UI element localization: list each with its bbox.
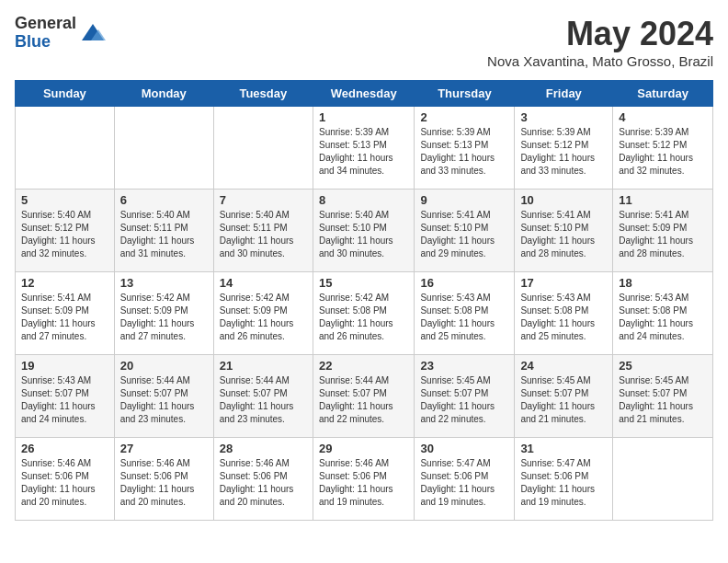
calendar-header-row: SundayMondayTuesdayWednesdayThursdayFrid…: [16, 81, 713, 107]
calendar-cell: 3Sunrise: 5:39 AMSunset: 5:12 PMDaylight…: [515, 107, 613, 190]
calendar-cell: 27Sunrise: 5:46 AMSunset: 5:06 PMDayligh…: [114, 438, 213, 521]
header-wednesday: Wednesday: [313, 81, 414, 107]
calendar-week-row: 5Sunrise: 5:40 AMSunset: 5:12 PMDaylight…: [16, 190, 713, 272]
calendar-cell: 5Sunrise: 5:40 AMSunset: 5:12 PMDaylight…: [16, 190, 115, 272]
day-number: 29: [319, 442, 408, 455]
day-number: 30: [420, 442, 508, 455]
day-info: Sunrise: 5:39 AMSunset: 5:13 PMDaylight:…: [420, 126, 508, 178]
header-thursday: Thursday: [415, 81, 515, 107]
day-info: Sunrise: 5:43 AMSunset: 5:08 PMDaylight:…: [420, 292, 508, 343]
day-info: Sunrise: 5:43 AMSunset: 5:08 PMDaylight:…: [619, 292, 707, 343]
day-number: 8: [319, 193, 408, 207]
day-info: Sunrise: 5:47 AMSunset: 5:06 PMDaylight:…: [520, 457, 607, 509]
day-info: Sunrise: 5:40 AMSunset: 5:12 PMDaylight:…: [21, 209, 108, 260]
day-info: Sunrise: 5:46 AMSunset: 5:06 PMDaylight:…: [319, 457, 408, 509]
day-info: Sunrise: 5:46 AMSunset: 5:06 PMDaylight:…: [21, 457, 108, 509]
day-number: 28: [220, 442, 307, 455]
calendar-cell: 28Sunrise: 5:46 AMSunset: 5:06 PMDayligh…: [213, 438, 313, 521]
day-info: Sunrise: 5:42 AMSunset: 5:08 PMDaylight:…: [319, 292, 408, 343]
header-monday: Monday: [114, 81, 213, 107]
calendar-week-row: 1Sunrise: 5:39 AMSunset: 5:13 PMDaylight…: [16, 107, 713, 190]
day-number: 26: [21, 442, 108, 455]
day-number: 3: [520, 110, 607, 124]
calendar-cell: 26Sunrise: 5:46 AMSunset: 5:06 PMDayligh…: [16, 438, 115, 521]
header-tuesday: Tuesday: [213, 81, 313, 107]
day-info: Sunrise: 5:46 AMSunset: 5:06 PMDaylight:…: [220, 457, 307, 509]
day-number: 13: [120, 276, 208, 290]
day-number: 6: [120, 193, 208, 207]
day-number: 12: [21, 276, 108, 290]
calendar-cell: 18Sunrise: 5:43 AMSunset: 5:08 PMDayligh…: [613, 272, 713, 355]
calendar-cell: 30Sunrise: 5:47 AMSunset: 5:06 PMDayligh…: [415, 438, 515, 521]
day-info: Sunrise: 5:42 AMSunset: 5:09 PMDaylight:…: [120, 292, 208, 343]
calendar-table: SundayMondayTuesdayWednesdayThursdayFrid…: [15, 80, 713, 521]
logo: General Blue: [15, 15, 106, 52]
calendar-cell: 10Sunrise: 5:41 AMSunset: 5:10 PMDayligh…: [515, 190, 613, 272]
day-number: 5: [21, 193, 108, 207]
calendar-cell: 4Sunrise: 5:39 AMSunset: 5:12 PMDaylight…: [613, 107, 713, 190]
calendar-cell: 24Sunrise: 5:45 AMSunset: 5:07 PMDayligh…: [515, 355, 613, 438]
calendar-cell: 21Sunrise: 5:44 AMSunset: 5:07 PMDayligh…: [213, 355, 313, 438]
calendar-cell: 9Sunrise: 5:41 AMSunset: 5:10 PMDaylight…: [415, 190, 515, 272]
day-info: Sunrise: 5:44 AMSunset: 5:07 PMDaylight:…: [120, 374, 208, 426]
calendar-cell: 19Sunrise: 5:43 AMSunset: 5:07 PMDayligh…: [16, 355, 115, 438]
calendar-cell: 8Sunrise: 5:40 AMSunset: 5:10 PMDaylight…: [313, 190, 414, 272]
day-number: 21: [220, 359, 307, 373]
calendar-cell: 25Sunrise: 5:45 AMSunset: 5:07 PMDayligh…: [613, 355, 713, 438]
day-info: Sunrise: 5:44 AMSunset: 5:07 PMDaylight:…: [220, 374, 307, 426]
day-number: 15: [319, 276, 408, 290]
calendar-cell: 13Sunrise: 5:42 AMSunset: 5:09 PMDayligh…: [114, 272, 213, 355]
day-info: Sunrise: 5:47 AMSunset: 5:06 PMDaylight:…: [420, 457, 508, 509]
day-info: Sunrise: 5:39 AMSunset: 5:13 PMDaylight:…: [319, 126, 408, 178]
day-number: 9: [420, 193, 508, 207]
calendar-cell: 15Sunrise: 5:42 AMSunset: 5:08 PMDayligh…: [313, 272, 414, 355]
day-number: 23: [420, 359, 508, 373]
day-info: Sunrise: 5:45 AMSunset: 5:07 PMDaylight:…: [420, 374, 508, 426]
day-info: Sunrise: 5:39 AMSunset: 5:12 PMDaylight:…: [520, 126, 607, 178]
month-title: May 2024: [487, 15, 713, 53]
day-info: Sunrise: 5:45 AMSunset: 5:07 PMDaylight:…: [619, 374, 707, 426]
day-info: Sunrise: 5:44 AMSunset: 5:07 PMDaylight:…: [319, 374, 408, 426]
day-info: Sunrise: 5:45 AMSunset: 5:07 PMDaylight:…: [520, 374, 607, 426]
logo-blue: Blue: [15, 33, 76, 52]
location: Nova Xavantina, Mato Grosso, Brazil: [487, 53, 713, 69]
day-number: 20: [120, 359, 208, 373]
calendar-cell: 12Sunrise: 5:41 AMSunset: 5:09 PMDayligh…: [16, 272, 115, 355]
day-number: 10: [520, 193, 607, 207]
day-info: Sunrise: 5:39 AMSunset: 5:12 PMDaylight:…: [619, 126, 707, 178]
calendar-week-row: 19Sunrise: 5:43 AMSunset: 5:07 PMDayligh…: [16, 355, 713, 438]
calendar-cell: 1Sunrise: 5:39 AMSunset: 5:13 PMDaylight…: [313, 107, 414, 190]
logo-text: General Blue: [15, 15, 76, 52]
day-info: Sunrise: 5:41 AMSunset: 5:09 PMDaylight:…: [21, 292, 108, 343]
day-number: 31: [520, 442, 607, 455]
day-number: 19: [21, 359, 108, 373]
calendar-cell: 11Sunrise: 5:41 AMSunset: 5:09 PMDayligh…: [613, 190, 713, 272]
calendar-cell: 23Sunrise: 5:45 AMSunset: 5:07 PMDayligh…: [415, 355, 515, 438]
calendar-cell: 16Sunrise: 5:43 AMSunset: 5:08 PMDayligh…: [415, 272, 515, 355]
header-sunday: Sunday: [16, 81, 115, 107]
calendar-cell: [613, 438, 713, 521]
day-info: Sunrise: 5:41 AMSunset: 5:09 PMDaylight:…: [619, 209, 707, 260]
day-number: 2: [420, 110, 508, 124]
calendar-cell: 2Sunrise: 5:39 AMSunset: 5:13 PMDaylight…: [415, 107, 515, 190]
day-info: Sunrise: 5:42 AMSunset: 5:09 PMDaylight:…: [220, 292, 307, 343]
day-info: Sunrise: 5:43 AMSunset: 5:08 PMDaylight:…: [520, 292, 607, 343]
day-info: Sunrise: 5:41 AMSunset: 5:10 PMDaylight:…: [420, 209, 508, 260]
day-info: Sunrise: 5:40 AMSunset: 5:11 PMDaylight:…: [220, 209, 307, 260]
day-info: Sunrise: 5:40 AMSunset: 5:11 PMDaylight:…: [120, 209, 208, 260]
calendar-cell: 22Sunrise: 5:44 AMSunset: 5:07 PMDayligh…: [313, 355, 414, 438]
day-number: 17: [520, 276, 607, 290]
day-number: 7: [220, 193, 307, 207]
calendar-cell: 20Sunrise: 5:44 AMSunset: 5:07 PMDayligh…: [114, 355, 213, 438]
day-number: 4: [619, 110, 707, 124]
logo-icon: [80, 20, 106, 46]
calendar-cell: 6Sunrise: 5:40 AMSunset: 5:11 PMDaylight…: [114, 190, 213, 272]
calendar-cell: 14Sunrise: 5:42 AMSunset: 5:09 PMDayligh…: [213, 272, 313, 355]
calendar-cell: 17Sunrise: 5:43 AMSunset: 5:08 PMDayligh…: [515, 272, 613, 355]
day-number: 22: [319, 359, 408, 373]
calendar-cell: 7Sunrise: 5:40 AMSunset: 5:11 PMDaylight…: [213, 190, 313, 272]
day-info: Sunrise: 5:41 AMSunset: 5:10 PMDaylight:…: [520, 209, 607, 260]
day-info: Sunrise: 5:40 AMSunset: 5:10 PMDaylight:…: [319, 209, 408, 260]
title-section: May 2024 Nova Xavantina, Mato Grosso, Br…: [487, 15, 713, 69]
day-info: Sunrise: 5:46 AMSunset: 5:06 PMDaylight:…: [120, 457, 208, 509]
